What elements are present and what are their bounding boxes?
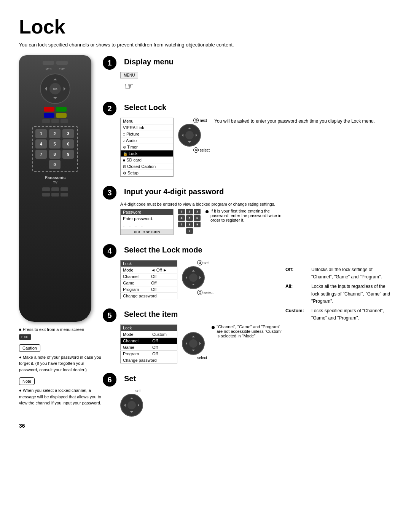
numpad-8[interactable]: 8	[49, 150, 61, 159]
dial5-right	[199, 342, 202, 345]
numpad-4[interactable]: 4	[35, 139, 47, 149]
step-2-nav-next-label: ② next	[193, 118, 207, 123]
green-btn[interactable]	[56, 107, 67, 112]
step-3-number: 3	[103, 186, 116, 200]
bullet-dot-5	[212, 326, 215, 329]
step-3-body: Password Enter password. - - - - ⊕ 0 - 9…	[120, 209, 392, 235]
numpad-6[interactable]: 6	[62, 139, 74, 149]
step-4-nav: ② set	[182, 260, 213, 295]
menu-item-sdcard: ■ SD card	[121, 157, 173, 163]
lock-program-value: Off	[149, 286, 177, 293]
exit-label-remote: EXIT	[59, 68, 65, 70]
bottom-btn-1[interactable]	[42, 187, 50, 191]
step-4-dial[interactable]	[182, 266, 205, 289]
lock-game-value: Off	[149, 280, 177, 286]
press-exit-note: ■ Press to exit from a menu screen EXIT	[19, 326, 103, 340]
step-5-note: "Channel", "Game" and "Program" are not …	[212, 324, 285, 341]
bottom-btn-3[interactable]	[61, 187, 68, 191]
numpad-7[interactable]: 7	[35, 150, 47, 159]
small-key-7: 7	[178, 222, 185, 227]
lock-row-changepw: Change password	[121, 293, 177, 299]
off-def: Off: Unlocks all the lock settings of "C…	[285, 266, 392, 281]
step-6-body: set	[120, 389, 285, 417]
exit-button[interactable]: EXIT	[19, 334, 31, 340]
step-5-select-text: select	[197, 356, 207, 360]
step-5-lock-table: Lock Mode Custom Channel Off	[120, 324, 177, 364]
numpad: 1 2 3 4 5 6 7 8 9 0	[32, 126, 78, 172]
ok-label: OK	[53, 87, 57, 91]
red-btn[interactable]	[44, 107, 54, 112]
small-key-6: 6	[194, 215, 201, 221]
step-4-lock-table: Lock Mode ◄ Off ► Channel Off	[120, 260, 177, 299]
dial6-up	[130, 396, 133, 399]
dpad[interactable]: OK	[40, 73, 70, 104]
step-6-dial[interactable]	[120, 394, 143, 417]
step-5-bullet-text: "Channel", "Game" and "Program" are not …	[217, 324, 285, 338]
numpad-3[interactable]: 3	[62, 129, 74, 138]
circle-2b: ②	[197, 260, 202, 265]
step-6-number: 6	[103, 373, 116, 387]
all-term: All:	[285, 283, 308, 305]
dial-right	[196, 134, 199, 137]
step5-header: Lock	[121, 325, 177, 331]
tv-label: TV	[24, 181, 87, 184]
dial4-center	[189, 273, 198, 282]
numpad-9[interactable]: 9	[62, 150, 74, 159]
menu-item-cc: ⊡ Closed Caption	[121, 163, 173, 170]
lock-channel-label: Channel	[121, 273, 149, 280]
yellow-btn[interactable]	[56, 113, 67, 118]
dial4-down	[192, 284, 195, 287]
misc-btn-3[interactable]	[61, 119, 68, 123]
step-5-dial[interactable]	[182, 332, 205, 355]
misc-btn-2[interactable]	[51, 119, 59, 123]
password-box: Password Enter password. - - - - ⊕ 0 - 9…	[120, 209, 174, 235]
menu-label: MENU	[46, 68, 54, 70]
dpad-left-arrow	[43, 87, 47, 91]
bottom-btn-2[interactable]	[51, 187, 59, 191]
misc-btn-1[interactable]	[42, 119, 50, 123]
step-2-dial[interactable]	[178, 124, 201, 147]
step5-game-row: Game Off	[121, 344, 177, 351]
dial6-down	[130, 411, 133, 414]
lock-game-label: Game	[121, 280, 149, 286]
step-2: 2 Select Lock Menu VIERA Link □ Picture …	[103, 101, 392, 177]
right-notes: Off: Unlocks all the lock settings of "C…	[285, 243, 392, 425]
step-2-menu: Menu VIERA Link □ Picture ♪ Audio ⊙ Time…	[120, 118, 174, 177]
dial-left	[180, 134, 183, 137]
step-3-numpad: 1 2 3 4 5 6 7 8 9 0	[178, 209, 201, 234]
step5-program-label: Program	[121, 351, 150, 357]
bottom-btn-5[interactable]	[51, 193, 59, 197]
small-key-1: 1	[178, 209, 185, 214]
numpad-5[interactable]: 5	[49, 139, 61, 149]
lock-row-program: Program Off	[121, 286, 177, 293]
step5-program-value: Off	[150, 351, 177, 357]
lock-program-label: Program	[121, 286, 149, 293]
dpad-up-arrow	[53, 77, 57, 80]
step-3-bullet-text: If it is your first time entering the pa…	[210, 209, 282, 222]
step-6-set-text: set	[135, 389, 140, 393]
small-key-8: 8	[186, 222, 193, 227]
remote-btn-2	[56, 61, 68, 65]
step-3: 3 Input your 4-digit password A 4-digit …	[103, 185, 392, 235]
numpad-2[interactable]: 2	[49, 129, 61, 138]
step5-channel-row: Channel Off	[121, 338, 177, 344]
dial-down	[188, 141, 191, 144]
bottom-btn-6[interactable]	[61, 193, 68, 197]
lock-row-mode: Mode ◄ Off ►	[121, 267, 177, 273]
caution-text: ● Make a note of your password in case y…	[19, 354, 103, 373]
step-4-left: 4 Select the Lock mode Lock Mode	[103, 243, 285, 425]
numpad-0[interactable]: 0	[49, 160, 61, 169]
off-term: Off:	[285, 266, 308, 281]
menu-item-viera: VIERA Link	[121, 125, 173, 131]
password-header: Password	[121, 209, 173, 215]
password-hint: Enter password.	[121, 215, 173, 222]
dpad-down-arrow	[53, 97, 57, 101]
step5-changepw-label: Change password	[121, 357, 177, 364]
blue-btn[interactable]	[44, 113, 54, 118]
step-6: 6 Set set	[103, 372, 285, 417]
step-3-bullet: If it is your first time entering the pa…	[206, 209, 282, 222]
step-1-menu-icon: MENU ☞	[120, 72, 138, 93]
bottom-btn-4[interactable]	[42, 193, 50, 197]
numpad-1[interactable]: 1	[35, 129, 47, 138]
step5-channel-value: Off	[150, 338, 177, 344]
